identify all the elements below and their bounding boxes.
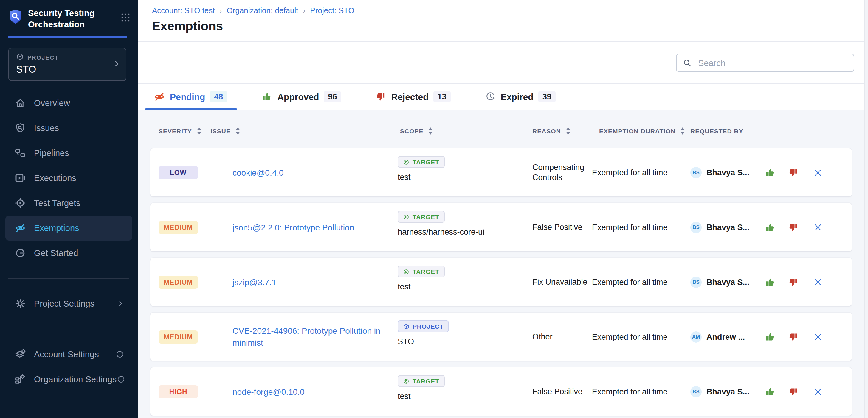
- project-selector-label: PROJECT: [27, 54, 59, 61]
- clock-icon: [485, 91, 496, 102]
- exemption-duration-text: Exempted for all time: [592, 223, 693, 232]
- scope-value: harness/harness-core-ui: [398, 228, 485, 236]
- cube-icon: [16, 53, 24, 62]
- scope-value: test: [398, 173, 445, 182]
- exemption-duration-text: Exempted for all time: [592, 168, 693, 177]
- sidebar-item-label: Account Settings: [34, 349, 99, 359]
- sidebar-item-account-settings[interactable]: Account Settings: [5, 342, 132, 367]
- exemption-duration-text: Exempted for all time: [592, 387, 693, 396]
- column-header-reason[interactable]: REASON: [532, 128, 570, 135]
- tab-pending[interactable]: Pending48: [154, 84, 227, 110]
- sort-icon: [236, 128, 240, 135]
- scope-type-label: TARGET: [412, 378, 439, 385]
- column-label: SEVERITY: [159, 128, 192, 135]
- scope-value: test: [398, 282, 445, 291]
- search-input[interactable]: [697, 58, 848, 68]
- dismiss-button x-icon[interactable]: [813, 222, 823, 232]
- issue-link[interactable]: node-forge@0.10.0: [232, 386, 395, 398]
- issue-link[interactable]: json5@2.2.0: Prototype Pollution: [232, 221, 395, 234]
- sidebar-item-pipelines[interactable]: Pipelines: [5, 140, 132, 165]
- get-started-icon: [14, 247, 26, 259]
- approve-button thumb-up-icon[interactable]: [764, 221, 776, 233]
- scope-cell: TARGETtest: [398, 156, 445, 182]
- scrollbar[interactable]: [864, 0, 868, 418]
- app-window: Security Testing Orchestration PROJECT: [0, 0, 868, 418]
- breadcrumb-link-project[interactable]: Project: STO: [310, 6, 354, 15]
- exemptions-table: SEVERITYISSUESCOPEREASONEXEMPTION DURATI…: [138, 110, 868, 418]
- requested-by-cell: BSBhavya S...: [690, 221, 749, 233]
- scope-type-label: PROJECT: [412, 323, 444, 330]
- column-header-severity[interactable]: SEVERITY: [159, 128, 202, 135]
- tab-approved[interactable]: Approved96: [261, 84, 341, 110]
- tab-label: Rejected: [392, 92, 429, 102]
- reject-button thumb-down-icon[interactable]: [787, 331, 799, 342]
- reject-button thumb-down-icon[interactable]: [787, 167, 799, 178]
- avatar: AM: [690, 331, 702, 342]
- issue-link[interactable]: jszip@3.7.1: [232, 276, 395, 288]
- project-selector[interactable]: PROJECT STO: [8, 47, 126, 81]
- scope-value: test: [398, 392, 445, 401]
- column-header-exemption-duration[interactable]: EXEMPTION DURATION: [599, 128, 685, 135]
- issue-link[interactable]: cookie@0.4.0: [232, 166, 395, 179]
- exemption-row: MEDIUMjszip@3.7.1TARGETtestFix Unavailab…: [150, 258, 852, 306]
- avatar: BS: [690, 221, 702, 233]
- search-box: [676, 54, 854, 72]
- sidebar-item-label: Exemptions: [34, 223, 79, 233]
- tab-count-badge: 96: [324, 91, 341, 102]
- column-header-scope[interactable]: SCOPE: [400, 128, 433, 135]
- severity-badge: MEDIUM: [159, 221, 198, 234]
- shield-search-icon: [14, 122, 26, 134]
- dismiss-button x-icon[interactable]: [813, 387, 823, 396]
- account-settings-icon: [14, 348, 26, 360]
- issue-link[interactable]: CVE-2021-44906: Prototype Pollution in m…: [232, 324, 395, 349]
- approve-button thumb-up-icon[interactable]: [764, 276, 776, 288]
- sidebar-item-issues[interactable]: Issues: [5, 115, 132, 140]
- column-header-issue[interactable]: ISSUE: [211, 128, 240, 135]
- exemption-duration-text: Exempted for all time: [592, 277, 693, 286]
- eye-off-red-icon: [154, 91, 165, 102]
- approve-button thumb-up-icon[interactable]: [764, 386, 776, 397]
- thumb-down-icon: [375, 91, 386, 102]
- tab-expired[interactable]: Expired39: [485, 84, 556, 110]
- requested-by-cell: AMAndrew ...: [690, 331, 745, 342]
- sort-icon: [566, 128, 570, 135]
- approve-button thumb-up-icon[interactable]: [764, 331, 776, 342]
- sidebar-item-test-targets[interactable]: Test Targets: [5, 190, 132, 215]
- home-icon: [14, 97, 26, 109]
- breadcrumb-link-account[interactable]: Account: STO test: [152, 6, 215, 15]
- approve-button thumb-up-icon[interactable]: [764, 167, 776, 178]
- sidebar-item-get-started[interactable]: Get Started: [5, 240, 132, 265]
- exemption-row: MEDIUMjson5@2.2.0: Prototype PollutionTA…: [150, 203, 852, 251]
- dismiss-button x-icon[interactable]: [813, 168, 823, 177]
- chevron-right-icon: [113, 59, 120, 69]
- scope-type-badge: TARGET: [398, 266, 445, 277]
- info-icon[interactable]: [116, 350, 124, 358]
- tab-rejected[interactable]: Rejected13: [375, 84, 451, 110]
- breadcrumb-link-organization[interactable]: Organization: default: [227, 6, 299, 15]
- project-selector-name: STO: [16, 63, 112, 75]
- reason-text: Fix Unavailable: [532, 277, 592, 287]
- reject-button thumb-down-icon[interactable]: [787, 386, 799, 397]
- page-header: Account: STO test›Organization: default›…: [138, 0, 868, 42]
- requested-by-cell: BSBhavya S...: [690, 276, 749, 288]
- sidebar-item-executions[interactable]: Executions: [5, 165, 132, 190]
- exemption-row: MEDIUMCVE-2021-44906: Prototype Pollutio…: [150, 313, 852, 361]
- status-tabs: Pending48Approved96Rejected13Expired39: [138, 83, 868, 110]
- sidebar-item-exemptions[interactable]: Exemptions: [5, 215, 132, 240]
- pipeline-icon: [14, 147, 26, 159]
- reject-button thumb-down-icon[interactable]: [787, 276, 799, 288]
- sidebar-item-overview[interactable]: Overview: [5, 90, 132, 115]
- thumb-up-icon: [261, 91, 273, 102]
- reason-text: False Positive: [532, 386, 592, 396]
- reject-button thumb-down-icon[interactable]: [787, 221, 799, 233]
- toolbar: [138, 42, 868, 83]
- dismiss-button x-icon[interactable]: [813, 277, 823, 287]
- info-icon[interactable]: [117, 375, 125, 383]
- app-grid-icon[interactable]: [120, 12, 130, 25]
- dismiss-button x-icon[interactable]: [813, 332, 823, 342]
- sidebar-item-project-settings[interactable]: Project Settings: [5, 291, 132, 316]
- sidebar-item-organization-settings[interactable]: Organization Settings: [5, 367, 132, 391]
- scope-cell: TARGETtest: [398, 375, 445, 401]
- sidebar-item-label: Executions: [34, 173, 76, 182]
- avatar: BS: [690, 276, 702, 288]
